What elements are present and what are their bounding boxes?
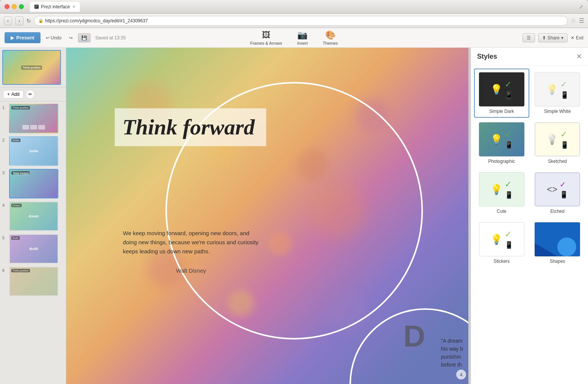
panel-resize-handle[interactable]: ⋮ — [468, 48, 471, 384]
style-shapes-thumb — [535, 222, 580, 256]
tab-close-button[interactable]: ✕ — [72, 5, 75, 9]
slide-author: Walt Disney — [123, 267, 259, 274]
frames-arrows-label: Frames & Arrows — [250, 41, 282, 45]
style-simple-white[interactable]: 💡 ✓ 📱 Simple White — [530, 69, 585, 118]
frames-arrows-icon: 🖼 — [262, 30, 270, 40]
style-shapes[interactable]: Shapes — [530, 219, 585, 268]
slide-thumbnail[interactable]: Think positive — [9, 267, 58, 296]
style-shapes-label: Shapes — [550, 259, 565, 264]
browser-window: 🅿 Prezi interface ✕ ⤢ ‹ › ↻ 🔒 https://pr… — [0, 0, 588, 384]
overview-thumbnail[interactable]: Think positive — [2, 50, 61, 85]
list-item[interactable]: 3 Think forward Think forward — [2, 169, 64, 198]
dream-quote: "A dreamhis way bpunishmbefore th — [441, 337, 463, 369]
slide-thumbnail[interactable]: Build Build — [9, 234, 58, 264]
style-sketched-label: Sketched — [548, 159, 567, 164]
exit-button[interactable]: ✕ Exit — [571, 35, 583, 41]
slide-number: 2 — [2, 136, 7, 142]
url-text: https://prezi.com/ydgmcdcu_day/edit/#1_2… — [45, 18, 148, 23]
saved-status: Saved at 13:35 — [95, 35, 126, 41]
insert-button[interactable]: 📷 Insert — [294, 29, 311, 47]
refresh-button[interactable]: ↻ — [27, 18, 31, 24]
close-window-button[interactable] — [5, 4, 9, 9]
style-cute[interactable]: 💡 ✓ 📱 Cute — [474, 169, 529, 218]
save-icon: 💾 — [81, 35, 87, 41]
slide-panel-header: + Add ✏ — [0, 87, 66, 101]
menu-icon[interactable]: ☰ — [579, 17, 584, 24]
toolbar-center: 🖼 Frames & Arrows 📷 Insert 🎨 Themes — [247, 29, 341, 47]
themes-label: Themes — [323, 41, 338, 45]
present-icon: ▶ — [11, 35, 14, 41]
style-photographic-label: Photographic — [488, 159, 515, 164]
canvas-background: Think forward We keep moving forward, op… — [66, 48, 471, 384]
styles-header: Styles ✕ — [471, 48, 588, 66]
dream-quote-text: "A dreamhis way bpunishmbefore th — [441, 338, 463, 368]
back-button[interactable]: ‹ — [4, 16, 12, 25]
style-etched-thumb: <> ✓ 📱 — [535, 172, 580, 206]
add-slide-button[interactable]: + Add — [3, 90, 23, 98]
badge-number: 4 — [460, 372, 462, 378]
window-controls-right: ⤢ — [579, 4, 583, 10]
browser-titlebar: 🅿 Prezi interface ✕ ⤢ — [0, 0, 588, 14]
edit-slide-button[interactable]: ✏ — [26, 90, 35, 99]
slide-number: 5 — [2, 234, 7, 240]
list-item[interactable]: 2 Smile Smile — [2, 136, 64, 166]
styles-panel: Styles ✕ 💡 ✓ 📱 Simple D — [471, 48, 588, 384]
styles-grid: 💡 ✓ 📱 Simple Dark 💡 — [471, 66, 588, 271]
slide-number: 3 — [2, 169, 7, 175]
undo-label: Undo — [51, 35, 62, 41]
present-button[interactable]: ▶ Present — [5, 32, 41, 43]
share-label: Share — [547, 35, 560, 41]
style-simple-dark-thumb: 💡 ✓ 📱 — [479, 72, 524, 106]
prezi-toolbar: ▶ Present ↩ Undo ↪ 💾 Saved at 13:35 🖼 Fr… — [0, 28, 588, 48]
tab-bar: 🅿 Prezi interface ✕ — [30, 2, 576, 12]
maximize-window-button[interactable] — [19, 4, 24, 9]
nav-bar: ‹ › ↻ 🔒 https://prezi.com/ydgmcdcu_day/e… — [0, 14, 588, 28]
list-item[interactable]: 6 Think positive — [2, 267, 64, 296]
d-letter: D — [403, 319, 425, 354]
forward-button[interactable]: › — [15, 16, 23, 25]
style-etched[interactable]: <> ✓ 📱 Etched — [530, 169, 585, 218]
save-button[interactable]: 💾 — [78, 33, 90, 42]
style-simple-dark[interactable]: 💡 ✓ 📱 Simple Dark — [474, 69, 529, 118]
canvas-area[interactable]: Think forward We keep moving forward, op… — [66, 48, 471, 384]
exit-label: Exit — [576, 35, 583, 41]
slide-number: 6 — [2, 267, 7, 273]
style-photographic-thumb: 💡 ✓ 📱 — [479, 122, 524, 156]
share-chevron-icon: ▾ — [561, 35, 563, 41]
slide-thumbnail[interactable]: Think forward Think forward — [9, 169, 58, 198]
address-bar[interactable]: 🔒 https://prezi.com/ydgmcdcu_day/edit/#1… — [34, 16, 568, 26]
slide-thumbnail[interactable]: Think positive — [9, 104, 58, 133]
themes-icon: 🎨 — [325, 30, 335, 40]
main-area: Think positive + Add ✏ 1 — [0, 48, 588, 384]
list-item[interactable]: 5 Build Build — [2, 234, 64, 264]
bookmark-icon[interactable]: ☆ — [571, 17, 576, 24]
share-button[interactable]: ⬆ Share ▾ — [538, 33, 568, 42]
traffic-lights — [5, 4, 24, 9]
tab-favicon: 🅿 — [34, 5, 39, 9]
styles-close-button[interactable]: ✕ — [576, 52, 582, 61]
style-stickers[interactable]: 💡 ✓ 📱 Stickers — [474, 219, 529, 268]
style-photographic[interactable]: 💡 ✓ 📱 Photographic — [474, 119, 529, 168]
list-item[interactable]: 1 Think positive — [2, 104, 64, 133]
style-sketched[interactable]: 💡 ✓ 📱 Sketched — [530, 119, 585, 168]
slide-thumbnail[interactable]: Smile Smile — [9, 136, 58, 166]
minimize-window-button[interactable] — [12, 4, 17, 9]
browser-tab[interactable]: 🅿 Prezi interface ✕ — [30, 2, 80, 12]
slide-thumbnail[interactable]: Dream dream — [9, 201, 58, 231]
undo-arrow-icon: ↩ — [46, 35, 50, 41]
slide-number: 4 — [2, 201, 7, 208]
redo-button[interactable]: ↪ — [67, 34, 75, 42]
exit-x-icon: ✕ — [571, 35, 574, 41]
frames-arrows-button[interactable]: 🖼 Frames & Arrows — [247, 29, 285, 47]
hamburger-menu-button[interactable]: ☰ — [522, 33, 535, 42]
themes-button[interactable]: 🎨 Themes — [320, 29, 341, 47]
styles-title: Styles — [477, 53, 497, 61]
style-simple-dark-label: Simple Dark — [489, 109, 514, 114]
slide-body-text: We keep moving forward, opening new door… — [123, 202, 259, 274]
add-label: Add — [11, 92, 19, 97]
slide-number-badge: 4 — [456, 370, 466, 379]
redo-arrow-icon: ↪ — [69, 35, 73, 41]
content-box: Think forward — [115, 108, 266, 146]
undo-button[interactable]: ↩ Undo — [44, 34, 64, 42]
list-item[interactable]: 4 Dream dream — [2, 201, 64, 231]
